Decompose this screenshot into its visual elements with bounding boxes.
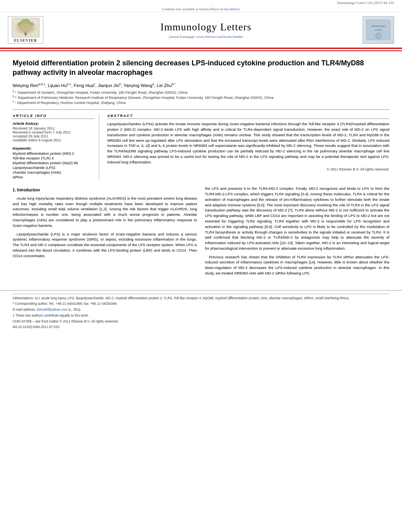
intro-para-1: Acute lung injury/acute respiratory dist…: [13, 196, 197, 228]
history-label: Article history:: [13, 121, 94, 126]
page-container: Immunology Letters 141 (2011) 94–101 Con…: [0, 0, 402, 334]
svg-text:Letters: Letters: [374, 28, 382, 32]
affiliation-b: b ᵇ Department of Pulmonary Medicine, Re…: [13, 95, 389, 100]
body-left-column: 1. Introduction Acute lung injury/acute …: [13, 186, 197, 279]
footnote-license: 0165-2478/$ – see front matter © 2011 El…: [13, 319, 389, 324]
journal-issue-bar: Immunology Letters 141 (2011) 94–101: [0, 0, 402, 6]
keyword-2: Toll-like receptor (TLR) 4: [13, 156, 94, 160]
header-main: ELSEVIER Immunology Letters journal home…: [0, 12, 402, 48]
email-link[interactable]: tfzhu88@yahoo.com: [37, 308, 67, 311]
issue-info: Immunology Letters 141 (2011) 94–101: [337, 1, 394, 5]
keyword-5: Alveolar macrophages (AMs): [13, 170, 94, 174]
intro-para-2: Lipopolysaccharide (LPS) is a major viru…: [13, 232, 197, 259]
abstract-heading: ABSTRACT: [107, 114, 389, 119]
intro-right-para-2: Previous research has shown that the inh…: [205, 254, 389, 276]
homepage-label: journal homepage:: [169, 35, 196, 39]
elsevier-logo: ELSEVIER: [8, 16, 43, 44]
keyword-4: Lipopolysaccharide (LPS): [13, 165, 94, 170]
svg-point-4: [20, 22, 31, 30]
elsevier-logo-image: [12, 18, 39, 37]
affiliation-a: a ᵃ Department of Geriatric, Zhongshan H…: [13, 90, 389, 95]
red-divider: [0, 48, 402, 49]
svg-point-6: [24, 31, 27, 33]
body-right-column: the LPS and presents it to the TLR4-MD-2…: [205, 186, 389, 279]
intro-heading: 1. Introduction: [13, 187, 197, 193]
header-center: Immunology Letters journal homepage: www…: [49, 21, 363, 39]
elsevier-text: ELSEVIER: [14, 38, 37, 43]
abstract-text: Lipopolysaccharides (LPSs) activate the …: [107, 121, 389, 165]
svg-rect-7: [25, 33, 26, 36]
affiliations: a ᵃ Department of Geriatric, Zhongshan H…: [13, 90, 389, 105]
footnote-equal: 1 These two authors contribute equally t…: [13, 313, 389, 318]
keywords-list: Myeloid differentiation protein (MD)-2 T…: [13, 151, 94, 179]
keywords-label: Keywords:: [13, 146, 94, 150]
received-date: Received 18 January 2011: [13, 126, 94, 130]
revised-date: Received in revised form 7 July 2011: [13, 130, 94, 134]
footer-area: Abbreviations: ALI, acute lung injury; L…: [0, 290, 402, 334]
svg-rect-0: [13, 18, 39, 37]
keyword-1: Myeloid differentiation protein (MD)-2: [13, 151, 94, 156]
keyword-3: Myeloid differentiation protein (MyD) 88: [13, 161, 94, 165]
svg-rect-5: [24, 29, 27, 35]
footnote-doi: doi:10.1016/j.imlet.2011.07.010: [13, 324, 389, 330]
authors-line: Weiying Rena,b,1, Lijuan Hub,1, Feng Hua…: [13, 82, 389, 88]
affiliation-c: c ᶜ Department of Respiratory, Huzhou Ce…: [13, 100, 389, 105]
journal-logo-right: Immunology Letters: [363, 16, 394, 44]
journal-top-bar: Contents lists available at ScienceDirec…: [0, 6, 402, 12]
svg-point-1: [21, 19, 30, 25]
journal-title: Immunology Letters: [53, 21, 359, 33]
article-title: Myeloid differentiation protein 2 silenc…: [13, 58, 389, 78]
info-abstract-columns: ARTICLE INFO Article history: Received 1…: [13, 109, 389, 180]
footnotes: Abbreviations: ALI, acute lung injury; L…: [13, 294, 389, 330]
svg-text:Immunology: Immunology: [371, 24, 386, 28]
article-info-column: ARTICLE INFO Article history: Received 1…: [13, 114, 99, 180]
keyword-6: siRNA: [13, 175, 94, 179]
svg-point-2: [17, 22, 24, 27]
sciencedirect-link[interactable]: ScienceDirect: [220, 7, 240, 11]
homepage-link[interactable]: www.elsevier.com/locate/immlet: [196, 35, 243, 39]
svg-point-3: [27, 22, 34, 27]
email-owner: (L. Zhu).: [69, 308, 81, 311]
footnote-email: E-mail address: tfzhu88@yahoo.com (L. Zh…: [13, 307, 389, 312]
footnote-abbreviations: Abbreviations: ALI, acute lung injury; L…: [13, 296, 389, 301]
available-date: Available online 9 August 2011: [13, 138, 94, 142]
contents-available-text: Contents lists available at ScienceDirec…: [162, 7, 219, 11]
article-content: Myeloid differentiation protein 2 silenc…: [0, 51, 402, 286]
footnote-corresponding: * Corresponding author. Tel.: +86 21 640…: [13, 301, 389, 306]
journal-homepage: journal homepage: www.elsevier.com/locat…: [53, 35, 359, 39]
accepted-date: Accepted 29 July 2011: [13, 134, 94, 138]
article-info-heading: ARTICLE INFO: [13, 114, 94, 119]
elsevier-tree-svg: [13, 18, 39, 37]
abstract-copyright: © 2011 Elsevier B.V. All rights reserved…: [107, 167, 389, 171]
intro-right-para-1: the LPS and presents it to the TLR4-MD-2…: [205, 186, 389, 251]
journal-right-logo-svg: Immunology Letters: [365, 18, 392, 42]
journal-header: Immunology Letters 141 (2011) 94–101 Con…: [0, 0, 402, 51]
body-columns: 1. Introduction Acute lung injury/acute …: [13, 186, 389, 279]
abstract-section: ABSTRACT Lipopolysaccharides (LPSs) acti…: [107, 114, 389, 180]
